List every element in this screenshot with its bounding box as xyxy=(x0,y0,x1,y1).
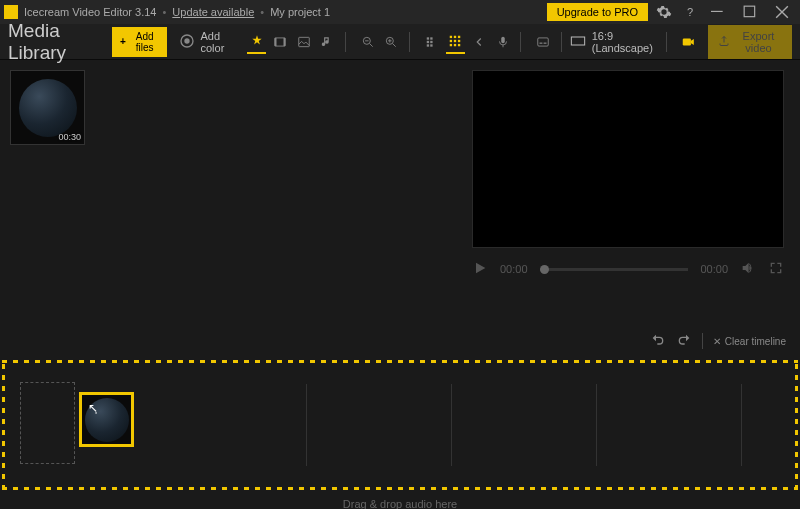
maximize-button[interactable] xyxy=(736,0,764,24)
svg-rect-7 xyxy=(299,37,310,46)
svg-rect-19 xyxy=(450,39,452,41)
svg-rect-10 xyxy=(427,37,429,39)
main-area: 00:30 00:00 00:00 xyxy=(0,60,800,326)
mic-icon[interactable] xyxy=(493,30,513,54)
svg-rect-5 xyxy=(275,37,277,45)
svg-rect-26 xyxy=(538,37,549,45)
collapse-icon[interactable] xyxy=(469,30,489,54)
svg-rect-18 xyxy=(458,35,460,37)
timeline-actions: ✕ Clear timeline xyxy=(0,326,800,356)
media-thumbnail xyxy=(19,79,77,137)
help-icon[interactable]: ? xyxy=(680,2,700,22)
progress-bar[interactable] xyxy=(540,268,689,271)
svg-rect-29 xyxy=(571,37,584,45)
titlebar: Icecream Video Editor 3.14 • Update avai… xyxy=(0,0,800,24)
svg-rect-28 xyxy=(544,42,547,43)
toolbar: Media Library +Add files Add color 16:9 … xyxy=(0,24,800,60)
zoom-out-icon[interactable] xyxy=(358,30,378,54)
progress-handle[interactable] xyxy=(540,265,549,274)
volume-icon[interactable] xyxy=(740,260,756,278)
svg-point-3 xyxy=(185,38,190,43)
audio-drop-zone[interactable]: Drag & drop audio here xyxy=(0,494,800,509)
update-link[interactable]: Update available xyxy=(172,6,254,18)
redo-button[interactable] xyxy=(676,332,692,350)
app-icon xyxy=(4,5,18,19)
play-button[interactable] xyxy=(472,260,488,278)
svg-rect-12 xyxy=(427,44,429,46)
timeline[interactable]: ↖▫ xyxy=(2,360,798,490)
svg-rect-11 xyxy=(427,40,429,42)
svg-rect-24 xyxy=(458,43,460,45)
media-library-panel: 00:30 xyxy=(0,60,462,326)
filter-video-icon[interactable] xyxy=(270,30,290,54)
minimize-button[interactable] xyxy=(704,0,732,24)
aspect-icon xyxy=(570,33,586,51)
svg-rect-21 xyxy=(458,39,460,41)
add-color-button[interactable]: Add color xyxy=(179,30,234,54)
svg-rect-6 xyxy=(284,37,286,45)
add-files-button[interactable]: +Add files xyxy=(112,27,167,57)
close-x-icon: ✕ xyxy=(713,336,721,347)
svg-rect-15 xyxy=(430,44,432,46)
current-time: 00:00 xyxy=(500,263,528,275)
svg-rect-30 xyxy=(683,38,691,45)
fullscreen-icon[interactable] xyxy=(768,260,784,278)
color-wheel-icon xyxy=(179,33,195,51)
clip-thumbnail xyxy=(85,398,129,442)
timeline-clip[interactable]: ↖▫ xyxy=(79,392,134,447)
record-icon[interactable] xyxy=(678,30,698,54)
project-name: My project 1 xyxy=(270,6,330,18)
undo-button[interactable] xyxy=(650,332,666,350)
svg-rect-14 xyxy=(430,40,432,42)
zoom-in-icon[interactable] xyxy=(382,30,402,54)
preview-screen[interactable] xyxy=(472,70,784,248)
filter-all-icon[interactable] xyxy=(247,30,267,54)
svg-rect-17 xyxy=(454,35,456,37)
svg-rect-22 xyxy=(450,43,452,45)
svg-rect-27 xyxy=(540,42,543,43)
svg-rect-16 xyxy=(450,35,452,37)
export-icon xyxy=(718,35,730,49)
upgrade-button[interactable]: Upgrade to PRO xyxy=(547,3,648,21)
export-button[interactable]: Export video xyxy=(708,25,792,59)
app-name: Icecream Video Editor 3.14 xyxy=(24,6,156,18)
svg-rect-1 xyxy=(744,6,755,17)
svg-rect-23 xyxy=(454,43,456,45)
view-grid-icon[interactable] xyxy=(446,30,466,54)
playback-controls: 00:00 00:00 xyxy=(472,260,784,278)
preview-panel: 00:00 00:00 xyxy=(462,60,800,326)
timeline-slot-empty[interactable] xyxy=(20,382,75,464)
settings-icon[interactable] xyxy=(654,2,674,22)
view-list-icon[interactable] xyxy=(422,30,442,54)
subtitle-icon[interactable] xyxy=(533,30,553,54)
library-title: Media Library xyxy=(8,20,102,64)
filter-image-icon[interactable] xyxy=(294,30,314,54)
svg-rect-0 xyxy=(711,11,723,12)
clear-timeline-button[interactable]: ✕ Clear timeline xyxy=(713,336,786,347)
svg-rect-13 xyxy=(430,37,432,39)
total-time: 00:00 xyxy=(700,263,728,275)
media-item[interactable]: 00:30 xyxy=(10,70,85,145)
aspect-ratio-button[interactable]: 16:9 (Landscape) xyxy=(570,30,658,54)
svg-rect-25 xyxy=(501,36,505,42)
close-button[interactable] xyxy=(768,0,796,24)
media-duration: 00:30 xyxy=(58,132,81,142)
filter-audio-icon[interactable] xyxy=(318,30,338,54)
svg-rect-20 xyxy=(454,39,456,41)
